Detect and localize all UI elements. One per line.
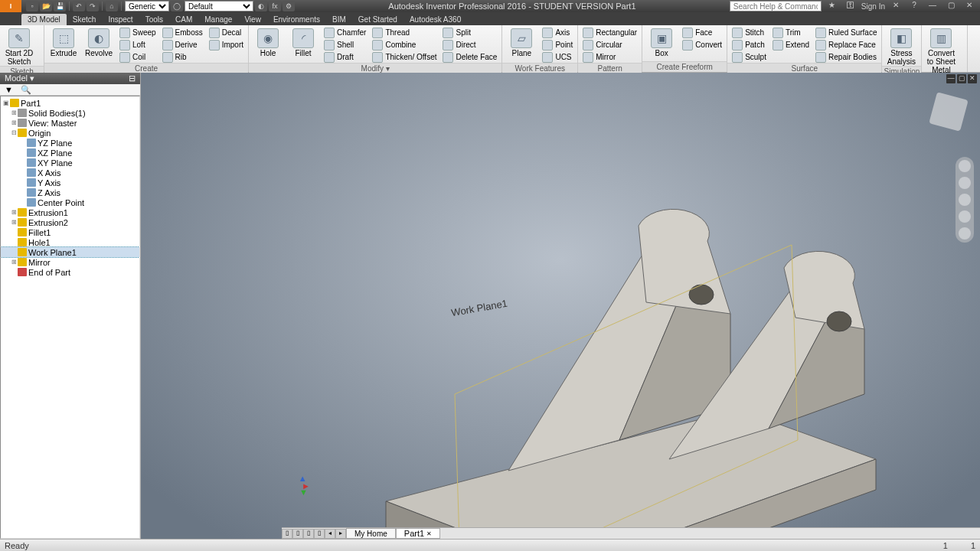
doctab-nav4[interactable]: ▯ — [314, 529, 325, 539]
min-icon[interactable]: — — [925, 1, 940, 11]
rectpattern-button[interactable]: Rectangular — [581, 27, 639, 38]
tree-fillet1[interactable]: Fillet1 — [1, 227, 139, 237]
doctab-nav3[interactable]: ▯ — [303, 529, 314, 539]
extend-button[interactable]: Extend — [771, 39, 811, 51]
import-button[interactable]: Import — [207, 39, 245, 51]
tab-view[interactable]: View — [238, 14, 267, 25]
doctab-nav5[interactable]: ◂ — [325, 529, 335, 539]
ucs-button[interactable]: UCS — [541, 51, 574, 63]
ruled-button[interactable]: Ruled Surface — [814, 27, 878, 38]
trim-button[interactable]: Trim — [771, 27, 811, 38]
viewport[interactable]: —▢✕ Work Plane1 ►▼▲ — [141, 73, 980, 539]
box-button[interactable]: ▣Box — [645, 27, 678, 57]
close-icon[interactable]: ✕ — [962, 1, 977, 11]
tree-xy[interactable]: XY Plane — [1, 158, 139, 168]
tab-sketch[interactable]: Sketch — [67, 14, 103, 25]
help-icon[interactable]: ? — [906, 1, 922, 11]
tree-pin-icon[interactable]: ⊟ — [129, 73, 136, 83]
undo-icon[interactable]: ↶ — [73, 1, 85, 11]
measure-icon[interactable]: ◐ — [255, 1, 267, 11]
replaceface-button[interactable]: Replace Face — [814, 39, 878, 51]
tree-endofpart[interactable]: End of Part — [1, 267, 139, 277]
tree-solidbodies[interactable]: ⊞Solid Bodies(1) — [1, 108, 139, 118]
orbit-icon[interactable] — [959, 210, 971, 223]
tree-view[interactable]: ⊞View: Master — [1, 118, 139, 128]
thread-button[interactable]: Thread — [371, 27, 438, 38]
patch-button[interactable]: Patch — [730, 39, 768, 51]
tree-mirror[interactable]: ⊞Mirror — [1, 257, 139, 267]
sweep-button[interactable]: Sweep — [118, 27, 158, 38]
stress-button[interactable]: ◧Stress Analysis — [885, 27, 917, 66]
deleteface-button[interactable]: Delete Face — [441, 51, 498, 63]
doctab-part1[interactable]: Part1 ✕ — [396, 528, 440, 539]
exchange-icon[interactable]: ✕ — [888, 1, 903, 11]
tree-xz[interactable]: XZ Plane — [1, 148, 139, 158]
zoom-icon[interactable] — [959, 194, 971, 206]
doctab-home[interactable]: My Home — [346, 528, 396, 539]
vp-close-icon[interactable]: ✕ — [968, 74, 977, 83]
fx-icon[interactable]: fx — [269, 1, 281, 11]
tab-3dmodel[interactable]: 3D Model — [21, 14, 67, 25]
sculpt-button[interactable]: Sculpt — [730, 51, 768, 63]
circpattern-button[interactable]: Circular — [581, 39, 639, 51]
doctab-nav6[interactable]: ▸ — [335, 529, 346, 539]
emboss-button[interactable]: Emboss — [161, 27, 204, 38]
vp-min-icon[interactable]: — — [946, 74, 956, 83]
split-button[interactable]: Split — [441, 27, 498, 38]
max-icon[interactable]: ▢ — [943, 1, 959, 11]
app-logo[interactable]: I — [0, 0, 21, 12]
signin-link[interactable]: Sign In — [861, 2, 885, 11]
wheel-icon[interactable] — [959, 160, 971, 172]
draft-button[interactable]: Draft — [322, 51, 368, 63]
help-search[interactable] — [730, 1, 822, 11]
tab-a360[interactable]: Autodesk A360 — [403, 14, 467, 25]
freeform-face-button[interactable]: Face — [681, 27, 724, 38]
appearance-icon[interactable]: ◯ — [171, 1, 183, 11]
chamfer-button[interactable]: Chamfer — [322, 27, 368, 38]
style-select[interactable]: Default — [185, 1, 253, 11]
tree-origin[interactable]: ⊟Origin — [1, 128, 139, 138]
tree-zaxis[interactable]: Z Axis — [1, 187, 139, 197]
point-button[interactable]: Point — [541, 39, 574, 51]
new-icon[interactable]: ▫ — [26, 1, 38, 11]
coil-button[interactable]: Coil — [118, 51, 158, 63]
loft-button[interactable]: Loft — [118, 39, 158, 51]
freeform-convert-button[interactable]: Convert — [681, 39, 724, 51]
material-select[interactable]: Generic — [125, 1, 169, 11]
axis-button[interactable]: Axis — [541, 27, 574, 38]
tree-extrusion2[interactable]: ⊞Extrusion2 — [1, 217, 139, 227]
repair-button[interactable]: Repair Bodies — [814, 51, 878, 63]
tab-getstarted[interactable]: Get Started — [352, 14, 403, 25]
mirror-button[interactable]: Mirror — [581, 51, 639, 63]
tree-yaxis[interactable]: Y Axis — [1, 178, 139, 187]
hole-button[interactable]: ◉Hole — [252, 27, 284, 57]
save-icon[interactable]: 💾 — [54, 1, 66, 11]
shell-button[interactable]: Shell — [322, 39, 368, 51]
vp-max-icon[interactable]: ▢ — [957, 74, 966, 83]
find-icon[interactable]: 🔍 — [21, 85, 31, 95]
tab-tools[interactable]: Tools — [139, 14, 169, 25]
pan-icon[interactable] — [959, 177, 971, 189]
tree-root[interactable]: ▣Part1 — [1, 98, 139, 108]
fillet-button[interactable]: ◜Fillet — [287, 27, 319, 57]
settings-icon[interactable]: ⚙ — [283, 1, 295, 11]
model-3d[interactable] — [141, 73, 980, 539]
tree-extrusion1[interactable]: ⊞Extrusion1 — [1, 207, 139, 217]
star-icon[interactable]: ★ — [825, 1, 840, 11]
tree-hole1[interactable]: Hole1 — [1, 237, 139, 247]
extrude-button[interactable]: ⬚Extrude — [47, 27, 80, 57]
redo-icon[interactable]: ↷ — [87, 1, 99, 11]
doctab-close-icon[interactable]: ✕ — [426, 530, 432, 537]
key-icon[interactable]: ⚿ — [843, 1, 858, 11]
sheetmetal-button[interactable]: ▥Convert to Sheet Metal — [925, 27, 957, 74]
tab-inspect[interactable]: Inspect — [102, 14, 139, 25]
lookat-icon[interactable] — [959, 227, 971, 240]
tree-header[interactable]: Model ▾ — [5, 73, 34, 83]
tree-xaxis[interactable]: X Axis — [1, 168, 139, 178]
tab-bim[interactable]: BIM — [326, 14, 352, 25]
open-icon[interactable]: 📂 — [40, 1, 52, 11]
tab-environments[interactable]: Environments — [267, 14, 326, 25]
filter-icon[interactable]: ▼ — [5, 85, 13, 94]
doctab-nav1[interactable]: ▯ — [282, 529, 292, 539]
revolve-button[interactable]: ◐Revolve — [83, 27, 115, 57]
